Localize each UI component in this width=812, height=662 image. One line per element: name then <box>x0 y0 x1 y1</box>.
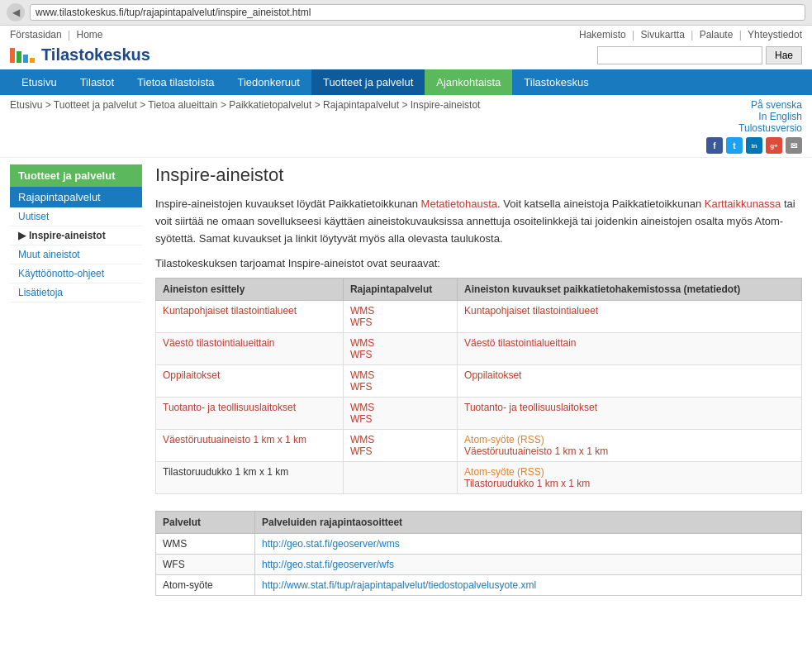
search-input[interactable] <box>597 46 762 64</box>
top-links-right: Hakemisto | Sivukartta | Palaute | Yhtey… <box>579 29 802 40</box>
row5-col1-link[interactable]: Väestöruutuaineisto 1 km x 1 km <box>163 434 306 445</box>
search-area: Hae <box>597 46 802 64</box>
search-button[interactable]: Hae <box>766 46 802 64</box>
t2-row3-service: Atom-syöte <box>156 575 255 596</box>
row3-wms-link[interactable]: WMS <box>350 369 374 381</box>
facebook-icon[interactable]: f <box>706 137 723 154</box>
row5-wfs-link[interactable]: WFS <box>350 445 373 457</box>
url-bar[interactable] <box>30 4 805 21</box>
sidebar-subtitle: Rajapintapalvelut <box>10 187 142 207</box>
table-row: WMS http://geo.stat.fi/geoserver/wms <box>156 534 802 555</box>
breadcrumb: Etusivu > Tuotteet ja palvelut > Tietoa … <box>10 99 480 111</box>
t2-row2-url-link[interactable]: http://geo.stat.fi/geoserver/wfs <box>262 559 394 570</box>
row1-wms-link[interactable]: WMS <box>350 305 374 317</box>
t2-row2-service: WFS <box>156 555 255 575</box>
sidebar-item-inspire[interactable]: ▶Inspire-aineistot <box>10 226 142 245</box>
table-row: Atom-syöte http://www.stat.fi/tup/rajapi… <box>156 575 802 596</box>
breadcrumb-paikka[interactable]: Paikkatietopalvelut <box>229 99 311 111</box>
palaute-link[interactable]: Palaute <box>700 29 734 40</box>
nav-tilastokeskus[interactable]: Tilastokeskus <box>512 69 600 95</box>
top-links-left: Förstasidan | Home <box>10 29 103 40</box>
googleplus-icon[interactable]: g+ <box>766 137 782 154</box>
table-row: Väestö tilastointialueittain WMSWFS Väes… <box>156 333 802 365</box>
t2-col-header-2: Palveluiden rajapintaosoitteet <box>255 512 802 534</box>
tulostusversio-link[interactable]: Tulostusversio <box>706 122 802 134</box>
page-title: Inspire-aineistot <box>155 164 802 186</box>
metatietohaku-link[interactable]: Metatietohausta <box>421 198 498 210</box>
breadcrumb-tietoa[interactable]: Tietoa alueittain <box>148 99 217 111</box>
nav-tuotteet[interactable]: Tuotteet ja palvelut <box>311 69 425 95</box>
row4-col1-link[interactable]: Tuotanto- ja teollisuuslaitokset <box>163 402 296 413</box>
row2-wms-link[interactable]: WMS <box>350 337 374 349</box>
table-row: Tilastoruudukko 1 km x 1 km Atom-syöte (… <box>156 462 802 494</box>
intro-paragraph: Inspire-aineistojen kuvaukset löydät Pai… <box>155 196 802 247</box>
nav-tilastot[interactable]: Tilastot <box>69 69 126 95</box>
t2-row1-service: WMS <box>156 534 255 555</box>
table-row: WFS http://geo.stat.fi/geoserver/wfs <box>156 555 802 575</box>
forstasidan-link[interactable]: Förstasidan <box>10 29 62 40</box>
karttaikkunassa-link[interactable]: Karttaikkunassa <box>705 198 781 210</box>
logo-text: Tilastokeskus <box>41 45 150 64</box>
breadcrumb-tuotteet[interactable]: Tuotteet ja palvelut <box>54 99 137 111</box>
social-icons: f t in g+ ✉ <box>706 137 802 154</box>
sidebar-item-kaytto[interactable]: Käyttöönotto-ohjeet <box>10 264 142 283</box>
table-row: Tuotanto- ja teollisuuslaitokset WMSWFS … <box>156 398 802 430</box>
nav-tiedonkeruut[interactable]: Tiedonkeruut <box>226 69 311 95</box>
back-button[interactable]: ◀ <box>7 3 25 21</box>
pa-svenska-link[interactable]: På svenska <box>706 99 802 111</box>
hakemisto-link[interactable]: Hakemisto <box>579 29 626 40</box>
row5-wms-link[interactable]: WMS <box>350 434 374 445</box>
row4-meta-link[interactable]: Tuotanto- ja teollisuuslaitokset <box>464 402 597 413</box>
breadcrumb-etusivu[interactable]: Etusivu <box>10 99 42 111</box>
linkedin-icon[interactable]: in <box>746 137 762 154</box>
sub-text: Tilastokeskuksen tarjoamat Inspire-ainei… <box>155 257 802 269</box>
t2-row3-url-link[interactable]: http://www.stat.fi/tup/rajapintapalvelut… <box>262 579 536 591</box>
row1-wfs-link[interactable]: WFS <box>350 317 373 328</box>
breadcrumb-current: Inspire-aineistot <box>411 99 481 111</box>
main-nav: Etusivu Tilastot Tietoa tilastoista Tied… <box>0 69 812 95</box>
row2-col1-link[interactable]: Väestö tilastointialueittain <box>163 337 274 349</box>
row6-atom-link[interactable]: Atom-syöte (RSS) <box>464 466 544 478</box>
row1-col1-link[interactable]: Kuntapohjaiset tilastointialueet <box>163 305 297 317</box>
lang-print-area: På svenska In English Tulostusversio f t… <box>706 99 802 154</box>
col-header-1: Aineiston esittely <box>156 279 344 301</box>
sidebar-item-lisatietoja[interactable]: Lisätietoja <box>10 283 142 302</box>
main-content: Inspire-aineistot Inspire-aineistojen ku… <box>155 164 802 612</box>
row6-meta-link[interactable]: Tilastoruudukko 1 km x 1 km <box>464 478 590 489</box>
t2-row1-url-link[interactable]: http://geo.stat.fi/geoserver/wms <box>262 538 400 550</box>
sidebar-item-muut[interactable]: Muut aineistot <box>10 245 142 264</box>
arrow-icon: ▶ <box>18 230 26 241</box>
breadcrumb-raja[interactable]: Rajapintapalvelut <box>323 99 399 111</box>
logo: Tilastokeskus <box>10 45 150 64</box>
main-table1: Aineiston esittely Rajapintapalvelut Ain… <box>155 278 802 494</box>
row5-atom-link[interactable]: Atom-syöte (RSS) <box>464 434 544 445</box>
col-header-3: Aineiston kuvaukset paikkatietohakemisto… <box>458 279 802 301</box>
nav-ajankohtaista[interactable]: Ajankohtaista <box>425 69 512 95</box>
home-link[interactable]: Home <box>77 29 103 40</box>
sidebar-title: Tuotteet ja palvelut <box>10 164 142 187</box>
row1-meta-link[interactable]: Kuntapohjaiset tilastointialueet <box>464 305 598 317</box>
table-row: Oppilaitokset WMSWFS Oppilaitokset <box>156 365 802 398</box>
row3-meta-link[interactable]: Oppilaitokset <box>464 369 521 381</box>
sidebar-item-uutiset[interactable]: Uutiset <box>10 207 142 226</box>
row2-wfs-link[interactable]: WFS <box>350 349 373 360</box>
email-icon[interactable]: ✉ <box>786 137 802 154</box>
browser-bar: ◀ <box>0 0 812 26</box>
sivukartta-link[interactable]: Sivukartta <box>640 29 684 40</box>
row4-wfs-link[interactable]: WFS <box>350 413 373 425</box>
row3-wfs-link[interactable]: WFS <box>350 381 373 393</box>
row2-meta-link[interactable]: Väestö tilastointialueittain <box>464 337 576 349</box>
table-row: Kuntapohjaiset tilastointialueet WMSWFS … <box>156 301 802 333</box>
sidebar: Tuotteet ja palvelut Rajapintapalvelut U… <box>10 164 142 612</box>
twitter-icon[interactable]: t <box>726 137 743 154</box>
row5-meta-link[interactable]: Väestöruutuaineisto 1 km x 1 km <box>464 445 608 457</box>
nav-etusivu[interactable]: Etusivu <box>10 69 69 95</box>
in-english-link[interactable]: In English <box>706 111 802 122</box>
col-header-2: Rajapintapalvelut <box>343 279 457 301</box>
nav-tietoa[interactable]: Tietoa tilastoista <box>126 69 226 95</box>
yhteystiedot-link[interactable]: Yhteystiedot <box>748 29 802 40</box>
row3-col1-link[interactable]: Oppilaitokset <box>163 369 220 381</box>
content-area: Tuotteet ja palvelut Rajapintapalvelut U… <box>0 158 812 619</box>
row4-wms-link[interactable]: WMS <box>350 402 374 413</box>
main-table2: Palvelut Palveluiden rajapintaosoitteet … <box>155 511 802 596</box>
